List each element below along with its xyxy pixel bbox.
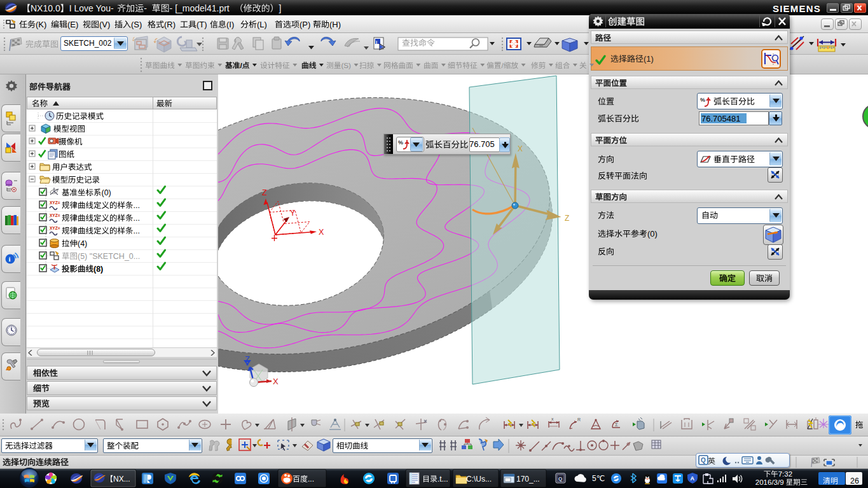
svg-text:XYZ=: XYZ= bbox=[50, 213, 60, 218]
svg-text:Z: Z bbox=[245, 354, 250, 364]
svg-text:Q: Q bbox=[558, 476, 562, 482]
svg-text:A: A bbox=[691, 475, 695, 482]
svg-text:X: X bbox=[319, 228, 324, 237]
svg-text:%: % bbox=[398, 139, 403, 146]
svg-text:Σ: Σ bbox=[615, 422, 618, 428]
svg-text:R: R bbox=[577, 417, 581, 422]
svg-text:XYZ=: XYZ= bbox=[50, 200, 60, 205]
svg-text:XYZ=: XYZ= bbox=[50, 226, 60, 230]
svg-text:Q: Q bbox=[701, 457, 706, 464]
svg-text:X: X bbox=[273, 377, 279, 386]
svg-text:%: % bbox=[700, 97, 705, 103]
svg-text:X: X bbox=[518, 144, 523, 153]
svg-text:i: i bbox=[376, 39, 377, 45]
svg-text:Z: Z bbox=[565, 214, 569, 223]
svg-text:Y: Y bbox=[290, 209, 296, 218]
svg-text:Z: Z bbox=[262, 188, 267, 197]
svg-text:x: x bbox=[551, 417, 554, 421]
